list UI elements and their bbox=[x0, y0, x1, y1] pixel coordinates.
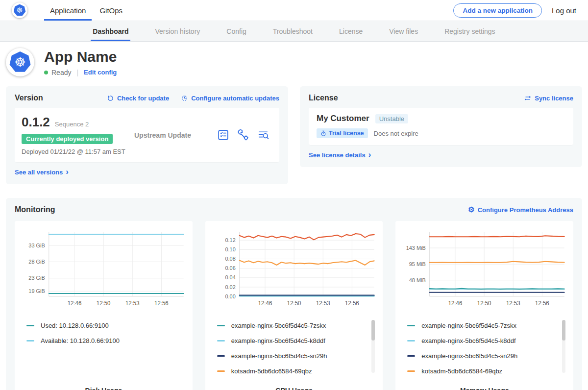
legend-dash-icon bbox=[407, 355, 415, 357]
sequence-label: Sequence 2 bbox=[55, 121, 89, 128]
version-card-title: Version bbox=[15, 94, 43, 102]
memory-usage-chart: 143 MiB95 MiB48 MiB12:4612:5012:5312:56 bbox=[401, 227, 567, 314]
x-axis-label: 12:53 bbox=[125, 300, 140, 307]
summary-cards-row: Version Check for update Configure autom… bbox=[6, 86, 582, 184]
legend-item: kotsadm-5db6dc6584-69qbz bbox=[407, 367, 566, 375]
app-header-text: App Name Ready | Edit config bbox=[44, 49, 117, 76]
y-axis-label: 0.08 bbox=[225, 256, 235, 262]
legend-item: example-nginx-5bc6f5d4c5-sn29h bbox=[407, 352, 566, 360]
see-all-versions-link[interactable]: See all versions › bbox=[15, 169, 69, 176]
series-line bbox=[239, 234, 374, 240]
kubernetes-wheel-icon: ☸ bbox=[9, 51, 31, 73]
legend-label: Used: 10.128.0.66:9100 bbox=[41, 322, 109, 329]
brand-logo[interactable]: ☸ bbox=[12, 0, 27, 21]
legend-item: example-nginx-5bc6f5d4c5-7zskx bbox=[407, 322, 566, 329]
top-bar: ☸ Application GitOps Add a new applicati… bbox=[0, 0, 588, 21]
legend-label: kotsadm-5db6dc6584-69qbz bbox=[421, 367, 502, 375]
y-axis-label: 0.06 bbox=[225, 265, 235, 271]
legend-dash-icon bbox=[407, 370, 415, 372]
view-logs-icon[interactable] bbox=[257, 129, 270, 141]
license-info-box: My Customer Unstable Trial license Does … bbox=[309, 108, 573, 145]
monitoring-panel: Monitoring ⚙ Configure Prometheus Addres… bbox=[6, 198, 582, 390]
configure-automatic-updates-label: Configure automatic updates bbox=[191, 95, 279, 102]
legend-item: example-nginx-5bc6f5d4c5-k8ddf bbox=[407, 337, 566, 344]
tab-label: Dashboard bbox=[93, 27, 128, 35]
deployed-timestamp: Deployed 01/21/22 @ 11:57 am EST bbox=[22, 148, 134, 155]
x-axis-label: 12:50 bbox=[97, 300, 111, 307]
tab-license[interactable]: License bbox=[339, 21, 363, 41]
check-for-update-link[interactable]: Check for update bbox=[107, 95, 169, 102]
tab-dashboard[interactable]: Dashboard bbox=[93, 21, 128, 41]
configure-prometheus-link[interactable]: ⚙ Configure Prometheus Address bbox=[468, 206, 573, 214]
series-line bbox=[430, 236, 564, 237]
config-wrench-icon[interactable] bbox=[237, 129, 249, 141]
version-card-head: Version Check for update Configure autom… bbox=[15, 94, 279, 102]
see-license-details-label: See license details bbox=[309, 151, 366, 159]
logout-button[interactable]: Log out bbox=[552, 6, 576, 15]
y-axis-label: 0.02 bbox=[225, 284, 235, 290]
legend-scrollbar-thumb[interactable] bbox=[371, 320, 375, 341]
trial-license-badge: Trial license bbox=[317, 128, 368, 138]
legend-scrollbar-thumb[interactable] bbox=[562, 320, 565, 341]
x-axis-label: 12:46 bbox=[258, 300, 272, 307]
legend-dash-icon bbox=[217, 370, 225, 372]
configure-automatic-updates-link[interactable]: Configure automatic updates bbox=[181, 95, 279, 102]
tab-version-history[interactable]: Version history bbox=[155, 21, 200, 41]
topbar-tab-gitops[interactable]: GitOps bbox=[93, 0, 129, 21]
topbar-right: Add a new application Log out bbox=[453, 0, 576, 21]
version-info: 0.1.2 Sequence 2 Currently deployed vers… bbox=[22, 115, 134, 155]
x-axis-label: 12:56 bbox=[154, 300, 169, 307]
license-card-head: License Sync license bbox=[309, 94, 573, 102]
x-axis-label: 12:56 bbox=[535, 300, 549, 307]
app-subnav: Dashboard Version history Config Trouble… bbox=[0, 21, 588, 42]
tab-label: View files bbox=[389, 27, 418, 35]
see-all-versions-label: See all versions bbox=[15, 169, 63, 176]
version-source-label: Upstream Update bbox=[134, 131, 191, 139]
series-line bbox=[239, 260, 374, 265]
add-new-application-button[interactable]: Add a new application bbox=[453, 3, 542, 18]
auto-update-clock-icon bbox=[181, 95, 188, 102]
memory-usage-legend: example-nginx-5bc6f5d4c5-7zskxexample-ng… bbox=[407, 322, 566, 380]
refresh-icon bbox=[107, 95, 114, 102]
currently-deployed-badge: Currently deployed version bbox=[22, 134, 113, 144]
monitoring-head: Monitoring ⚙ Configure Prometheus Addres… bbox=[15, 205, 573, 214]
charts-row: 33 GiB28 GiB23 GiB19 GiB12:4612:5012:531… bbox=[15, 221, 573, 390]
app-avatar: ☸ bbox=[6, 48, 34, 76]
see-license-details-link[interactable]: See license details › bbox=[309, 151, 371, 159]
version-action-icons bbox=[217, 129, 270, 141]
kubernetes-wheel-icon: ☸ bbox=[14, 4, 26, 17]
legend-scrollbar[interactable] bbox=[371, 320, 375, 373]
legend-label: example-nginx-5bc6f5d4c5-k8ddf bbox=[231, 337, 325, 344]
version-number: 0.1.2 bbox=[22, 115, 50, 130]
tab-registry-settings[interactable]: Registry settings bbox=[444, 21, 495, 41]
tab-label: License bbox=[339, 27, 363, 35]
kubernetes-logo-icon: ☸ bbox=[12, 2, 27, 18]
disk-usage-legend: Used: 10.128.0.66:9100Available: 10.128.… bbox=[26, 322, 186, 380]
cpu-usage-legend: example-nginx-5bc6f5d4c5-7zskxexample-ng… bbox=[217, 322, 376, 380]
disk-usage-chart: 33 GiB28 GiB23 GiB19 GiB12:4612:5012:531… bbox=[21, 227, 187, 314]
legend-item: example-nginx-5bc6f5d4c5-sn29h bbox=[217, 352, 376, 360]
edit-config-link[interactable]: Edit config bbox=[84, 69, 117, 76]
legend-label: example-nginx-5bc6f5d4c5-7zskx bbox=[231, 322, 326, 329]
y-axis-label: 19 GiB bbox=[28, 288, 45, 294]
sync-license-link[interactable]: Sync license bbox=[524, 95, 573, 102]
topbar-tab-application[interactable]: Application bbox=[43, 0, 93, 21]
legend-label: example-nginx-5bc6f5d4c5-k8ddf bbox=[421, 337, 515, 344]
x-axis-label: 12:46 bbox=[448, 300, 463, 307]
disk-usage-chart-title: Disk Usage bbox=[21, 383, 187, 390]
legend-dash-icon bbox=[26, 325, 34, 326]
preflight-checks-icon[interactable] bbox=[217, 129, 229, 141]
tab-config[interactable]: Config bbox=[226, 21, 246, 41]
legend-item: Used: 10.128.0.66:9100 bbox=[26, 322, 186, 329]
version-card: Version Check for update Configure autom… bbox=[6, 86, 288, 184]
y-axis-label: 0.04 bbox=[225, 274, 235, 280]
sync-arrows-icon bbox=[524, 95, 532, 102]
chevron-right-icon: › bbox=[368, 152, 371, 157]
ready-status-dot-icon bbox=[44, 71, 48, 74]
memory-usage-chart-title: Memory Usage bbox=[401, 383, 567, 390]
tab-view-files[interactable]: View files bbox=[389, 21, 418, 41]
tab-troubleshoot[interactable]: Troubleshoot bbox=[273, 21, 313, 41]
x-axis-label: 12:53 bbox=[316, 300, 330, 307]
legend-scrollbar[interactable] bbox=[562, 320, 565, 373]
x-axis-label: 12:56 bbox=[345, 300, 359, 307]
